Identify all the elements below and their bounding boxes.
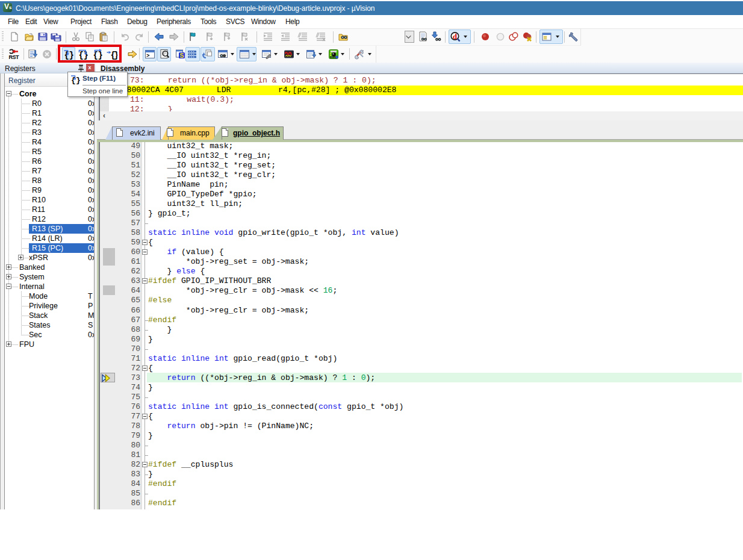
svg-text:}: } [76,76,80,84]
svg-text:RST: RST [9,54,20,60]
svg-text:>: > [146,53,149,59]
svg-text:S: S [179,52,184,59]
svg-text:d: d [453,33,457,41]
svg-text:{: { [71,76,76,84]
